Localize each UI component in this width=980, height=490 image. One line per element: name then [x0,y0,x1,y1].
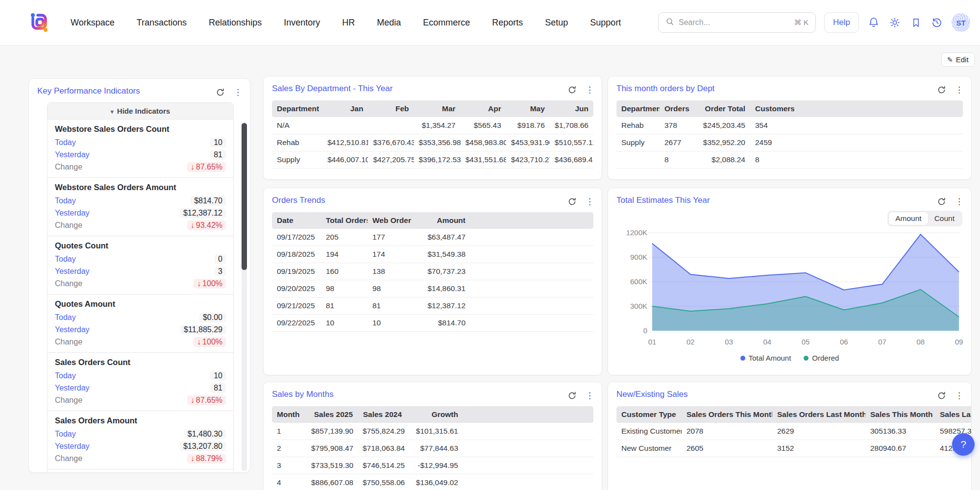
kpi-label-yesterday[interactable]: Yesterday [55,209,90,218]
kpi-label-yesterday[interactable]: Yesterday [55,150,90,159]
search-input[interactable]: ⌘ K [658,12,816,33]
nav-item-hr[interactable]: HR [342,18,355,28]
kpi-value: $11,885.29 [180,325,226,335]
sales-by-dept-card: Sales By Department - This Year ⋮ Depart… [263,76,602,180]
kpi-scrollbar-thumb[interactable] [242,123,247,270]
legend-item-total-amount[interactable]: Total Amount [740,354,791,362]
kpi-label-today[interactable]: Today [55,430,76,439]
kpi-label-today[interactable]: Today [55,371,76,380]
legend-dot [740,356,745,361]
notifications-bell-icon[interactable] [867,16,880,29]
refresh-icon[interactable] [565,83,578,96]
kebab-menu-icon[interactable]: ⋮ [586,197,594,206]
table-cell: $857,139.90 [306,423,358,440]
kpi-label-today[interactable]: Today [55,138,76,147]
table-cell: $376,670.43 [368,134,414,151]
kpi-label-yesterday[interactable]: Yesterday [55,384,90,392]
nav-item-inventory[interactable]: Inventory [284,18,320,28]
toggle-option-count[interactable]: Count [928,212,961,225]
table-cell: $886,607.08 [306,474,358,490]
kpi-group-sales-orders-count: Sales Orders CountToday10Yesterday81Chan… [48,353,233,411]
kpi-value: 0 [215,254,226,264]
kpi-label-today[interactable]: Today [55,255,76,264]
column-header-mar: Mar [414,100,461,117]
user-avatar[interactable]: ST [952,13,970,32]
card-title[interactable]: Orders Trends [272,196,593,205]
kpi-label-yesterday[interactable]: Yesterday [55,442,90,451]
kpi-label-today[interactable]: Today [55,313,76,322]
table-cell: 09/20/2025 [272,280,321,297]
history-icon[interactable] [931,16,943,29]
refresh-icon[interactable] [935,389,948,402]
table-cell: $733,519.30 [306,457,358,474]
kebab-menu-icon[interactable]: ⋮ [955,197,963,206]
refresh-icon[interactable] [935,195,948,208]
nav-item-media[interactable]: Media [377,18,401,28]
nav-item-transactions[interactable]: Transactions [137,18,187,28]
kpi-row: Change↓100% [55,336,226,348]
refresh-icon[interactable] [565,195,578,208]
nav-item-ecommerce[interactable]: Ecommerce [423,18,470,28]
kebab-menu-icon[interactable]: ⋮ [234,88,242,97]
search-field[interactable] [679,18,790,27]
card-title[interactable]: Sales by Months [272,390,593,399]
kpi-label-today[interactable]: Today [55,196,76,205]
floating-help-button[interactable]: ? [952,433,975,456]
card-title[interactable]: Sales By Department - This Year [272,84,593,94]
table-cell: $814.70 [412,315,470,332]
help-button[interactable]: Help [824,12,859,33]
toggle-option-amount[interactable]: Amount [889,212,928,225]
kpi-value: ↓100% [194,337,226,347]
card-title[interactable]: This month orders by Dept [616,84,963,94]
table-cell [470,229,593,246]
kpi-value: ↓87.65% [187,395,226,405]
legend-label: Total Amount [749,354,791,362]
kpi-label-yesterday[interactable]: Yesterday [55,325,90,334]
table-cell: 3 [272,457,306,474]
card-title[interactable]: Key Performance Indicators [37,86,242,96]
table-row: New Customer26053152280940.67412914.15 [616,440,972,457]
month-orders-by-dept-card: This month orders by Dept ⋮ DepartmentOr… [608,76,972,180]
kpi-value: $12,387.12 [180,208,226,218]
nav-item-setup[interactable]: Setup [545,18,568,28]
table-cell: N/A [272,117,322,134]
table-cell: 2459 [750,134,794,151]
nav-item-support[interactable]: Support [590,18,621,28]
card-title[interactable]: Total Estimates This Year [616,196,963,205]
column-header-feb: Feb [368,100,414,117]
column-header-may: May [506,100,550,117]
nav-item-relationships[interactable]: Relationships [209,18,262,28]
column-header-order-total: Order Total [694,100,750,117]
table-cell [463,423,593,440]
refresh-icon[interactable] [935,83,948,96]
table-cell [470,246,593,263]
column-header-sales-2025: Sales 2025 [306,406,358,423]
edit-dashboard-button[interactable]: ✎ Edit [941,52,975,67]
kpi-label-yesterday[interactable]: Yesterday [55,267,90,276]
kebab-menu-icon[interactable]: ⋮ [586,86,594,94]
theme-sun-icon[interactable] [888,16,901,29]
card-title[interactable]: New/Existing Sales [616,390,963,399]
column-header-growth: Growth [407,406,463,423]
kebab-menu-icon[interactable]: ⋮ [955,392,963,400]
table-row: 1$857,139.90$755,824.29$101,315.61 [272,423,593,440]
bookmark-icon[interactable] [909,16,922,29]
hide-indicators-button[interactable]: ▾Hide Indicators [48,103,233,120]
legend-item-ordered[interactable]: Ordered [804,354,839,362]
legend-dot [804,356,808,361]
refresh-icon[interactable] [214,86,226,98]
app-logo[interactable] [27,11,51,34]
kebab-menu-icon[interactable]: ⋮ [955,86,963,94]
table-cell: 81 [368,297,412,315]
month-orders-by-dept-table: DepartmentOrdersOrder TotalCustomersReha… [616,100,963,169]
nav-item-reports[interactable]: Reports [492,18,523,28]
table-cell [463,457,593,474]
table-cell: $12,387.12 [412,297,470,315]
table-cell: $795,908.47 [306,440,358,457]
nav-item-workspace[interactable]: Workspace [71,18,115,28]
kpi-row: Yesterday81 [55,148,226,161]
table-cell: 2629 [772,423,865,440]
refresh-icon[interactable] [565,389,578,402]
column-header-web-orders: Web Orders [368,212,412,229]
kebab-menu-icon[interactable]: ⋮ [586,392,594,400]
